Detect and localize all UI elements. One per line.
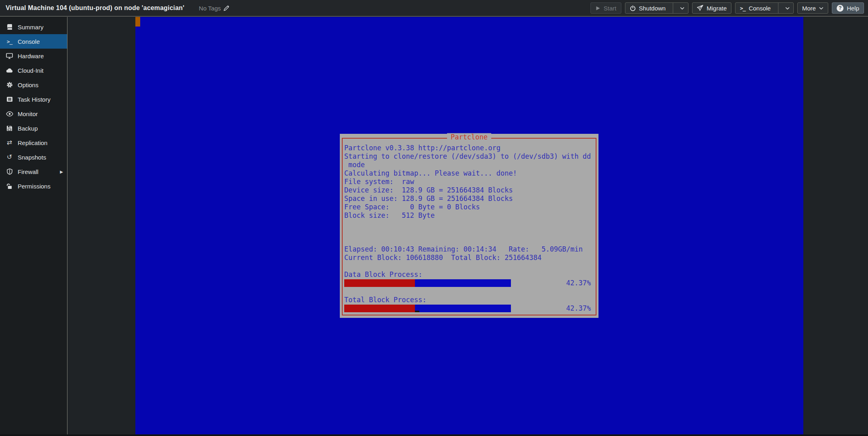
partclone-filesystem-line: File system: raw <box>344 178 594 186</box>
sidebar-item-firewall[interactable]: Firewall ▶ <box>0 164 67 179</box>
partclone-bitmap-line: Calculating bitmap... Please wait... don… <box>344 169 594 178</box>
partclone-dialog: Partclone Partclone v0.3.38 http://partc… <box>340 134 598 318</box>
chevron-down-icon[interactable] <box>782 7 793 10</box>
power-icon <box>630 5 636 11</box>
chevron-down-icon[interactable] <box>676 7 688 10</box>
data-block-progress-bar <box>344 279 511 287</box>
pencil-icon <box>223 5 229 11</box>
terminal-icon: >_ <box>6 39 13 45</box>
total-block-percent: 42.37% <box>566 304 591 313</box>
list-icon <box>6 96 13 102</box>
sidebar-item-console[interactable]: >_ Console <box>0 34 67 49</box>
data-block-process-label: Data Block Process: <box>344 270 594 279</box>
cloud-icon <box>6 68 13 73</box>
console-button[interactable]: >_ Console <box>735 2 794 14</box>
terminal-cursor <box>415 311 419 312</box>
vga-cursor-block <box>135 17 140 27</box>
sidebar-item-task-history[interactable]: Task History <box>0 92 67 106</box>
history-icon: ↺ <box>6 154 13 160</box>
partclone-version-line: Partclone v0.3.38 http://partclone.org <box>344 144 594 152</box>
total-block-process-label: Total Block Process: <box>344 296 594 304</box>
partclone-device-size-line: Device size: 128.9 GB = 251664384 Blocks <box>344 186 594 194</box>
console-panel: Partclone Partclone v0.3.38 http://partc… <box>68 17 868 434</box>
shield-icon <box>6 168 13 175</box>
sidebar-item-cloud-init[interactable]: Cloud-Init <box>0 63 67 78</box>
sidebar-item-snapshots[interactable]: ↺ Snapshots <box>0 150 67 164</box>
desktop-icon <box>6 53 13 59</box>
shutdown-button[interactable]: Shutdown <box>625 2 689 14</box>
partclone-current-block-line: Current Block: 106618880 Total Block: 25… <box>344 254 594 262</box>
book-icon <box>6 24 13 30</box>
partclone-dialog-title: Partclone <box>447 133 491 141</box>
sidebar-item-summary[interactable]: Summary <box>0 20 67 34</box>
sidebar-item-replication[interactable]: ⇄ Replication <box>0 135 67 150</box>
data-block-progress-row: 42.37% <box>344 279 594 287</box>
partclone-block-size-line: Block size: 512 Byte <box>344 211 594 220</box>
sidebar-item-hardware[interactable]: Hardware <box>0 49 67 63</box>
partclone-start-line: Starting to clone/restore (/dev/sda3) to… <box>344 152 594 161</box>
sidebar-item-backup[interactable]: Backup <box>0 121 67 135</box>
terminal-icon: >_ <box>740 5 745 11</box>
partclone-space-in-use-line: Space in use: 128.9 GB = 251664384 Block… <box>344 194 594 203</box>
no-tags-label: No Tags <box>199 5 221 12</box>
vnc-display[interactable]: Partclone Partclone v0.3.38 http://partc… <box>135 17 803 434</box>
page-title: Virtual Machine 104 (ubuntu-prod) on nod… <box>6 4 184 12</box>
toolbar-buttons: Start Shutdown Migrate >_ Console <box>590 2 864 14</box>
unlock-icon <box>6 183 13 189</box>
tags-control[interactable]: No Tags <box>199 5 229 12</box>
data-block-percent: 42.37% <box>566 279 591 287</box>
partclone-free-space-line: Free Space: 0 Byte = 0 Blocks <box>344 203 594 211</box>
gear-icon <box>6 82 13 88</box>
play-icon <box>595 6 600 11</box>
chevron-right-icon: ▶ <box>60 170 63 174</box>
sidebar-item-options[interactable]: Options <box>0 78 67 92</box>
data-block-progress-fill <box>344 279 415 287</box>
window-bottom-edge <box>0 434 868 436</box>
sidebar-item-monitor[interactable]: Monitor <box>0 106 67 121</box>
migrate-button[interactable]: Migrate <box>692 2 731 14</box>
more-button[interactable]: More <box>797 2 828 14</box>
paper-plane-icon <box>697 5 703 11</box>
vm-sidebar: Summary >_ Console Hardware Cloud-Init O… <box>0 17 67 434</box>
floppy-icon <box>6 125 13 131</box>
sidebar-item-permissions[interactable]: Permissions <box>0 179 67 193</box>
retweet-icon: ⇄ <box>6 139 13 146</box>
chevron-down-icon <box>819 7 823 10</box>
question-circle-icon: ? <box>837 5 843 12</box>
partclone-output: Partclone v0.3.38 http://partclone.org S… <box>344 144 594 313</box>
toolbar: Virtual Machine 104 (ubuntu-prod) on nod… <box>0 0 868 16</box>
partclone-elapsed-line: Elapsed: 00:10:43 Remaining: 00:14:34 Ra… <box>344 245 594 254</box>
total-block-progress-fill <box>344 305 415 312</box>
total-block-progress-bar <box>344 305 511 312</box>
partclone-start-line-wrap: mode <box>344 161 594 169</box>
eye-icon <box>6 111 13 117</box>
help-button[interactable]: ? Help <box>832 2 864 14</box>
total-block-progress-row: 42.37% <box>344 304 594 313</box>
start-button[interactable]: Start <box>590 2 621 14</box>
